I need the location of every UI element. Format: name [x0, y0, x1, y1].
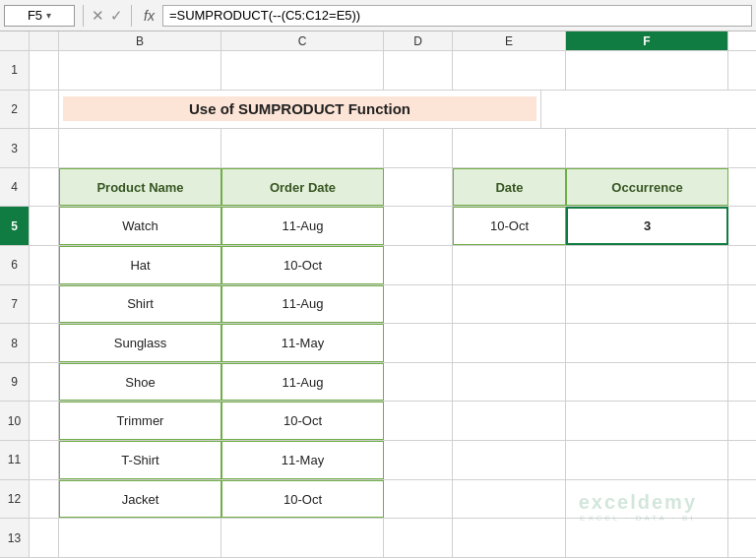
cell-e9[interactable] [453, 363, 566, 402]
table-row: 10 Trimmer 10-Oct [0, 402, 756, 441]
cell-f13[interactable] [566, 519, 728, 557]
cell-a1[interactable] [30, 51, 59, 90]
cell-c8[interactable]: 11-May [221, 324, 384, 362]
cell-d3[interactable] [384, 129, 453, 167]
cell-d10[interactable] [384, 402, 453, 440]
cell-c11[interactable]: 11-May [221, 441, 384, 479]
cell-c3[interactable] [221, 129, 384, 167]
cell-c13[interactable] [221, 519, 384, 557]
rows-area: 1 2 Use of SUMPRODUCT Function [0, 51, 756, 558]
cell-a10[interactable] [30, 402, 59, 440]
spreadsheet: B C D E F 1 2 [0, 31, 756, 558]
cell-e11[interactable] [453, 441, 566, 479]
cell-a2[interactable] [30, 91, 59, 129]
cell-a7[interactable] [30, 285, 59, 324]
cell-b13[interactable] [59, 519, 221, 557]
formula-input[interactable] [162, 5, 752, 27]
cell-b8[interactable]: Sunglass [59, 324, 221, 362]
cell-reference-box[interactable]: F5 ▾ [4, 5, 75, 27]
cell-c1[interactable] [221, 51, 384, 90]
cell-f9[interactable] [566, 363, 728, 402]
cell-d9[interactable] [384, 363, 453, 402]
cell-f3[interactable] [566, 129, 728, 167]
cell-d11[interactable] [384, 441, 453, 479]
cell-d5[interactable] [384, 207, 453, 245]
cell-f10[interactable] [566, 402, 728, 440]
cell-e3[interactable] [453, 129, 566, 167]
cell-d1[interactable] [384, 51, 453, 90]
col-header-c[interactable]: C [221, 31, 384, 50]
cell-a12[interactable] [30, 480, 59, 519]
cell-b6[interactable]: Hat [59, 246, 221, 284]
cell-a8[interactable] [30, 324, 59, 362]
cell-a4[interactable] [30, 168, 59, 207]
cell-e13[interactable] [453, 519, 566, 557]
cell-d6[interactable] [384, 246, 453, 284]
table-row: 12 Jacket 10-Oct [0, 480, 756, 520]
cell-e12[interactable] [453, 480, 566, 519]
cell-e6[interactable] [453, 246, 566, 284]
cell-a13[interactable] [30, 519, 59, 557]
col-date-header[interactable]: Date [453, 168, 566, 207]
table-row: 11 T-Shirt 11-May [0, 441, 756, 480]
cell-b12[interactable]: Jacket [59, 480, 221, 519]
table-row: 2 Use of SUMPRODUCT Function [0, 91, 756, 130]
table-row: 1 [0, 51, 756, 91]
cell-f11[interactable] [566, 441, 728, 479]
cell-c9[interactable]: 11-Aug [221, 363, 384, 402]
cell-d12[interactable] [384, 480, 453, 519]
table-row: 3 [0, 129, 756, 168]
cell-d8[interactable] [384, 324, 453, 362]
cell-f8[interactable] [566, 324, 728, 362]
cell-b3[interactable] [59, 129, 221, 167]
table-row: 6 Hat 10-Oct [0, 246, 756, 285]
cell-b11[interactable]: T-Shirt [59, 441, 221, 479]
col-occurrence-header[interactable]: Occurrence [566, 168, 728, 207]
col-header-f[interactable]: F [566, 31, 728, 50]
cell-b9[interactable]: Shoe [59, 363, 221, 402]
cell-c12[interactable]: 10-Oct [221, 480, 384, 519]
cell-c6[interactable]: 10-Oct [221, 246, 384, 284]
cell-a5[interactable] [30, 207, 59, 245]
cell-b2-title[interactable]: Use of SUMPRODUCT Function [59, 91, 541, 129]
cell-ref-label: F5 [28, 8, 42, 23]
cell-d13[interactable] [384, 519, 453, 557]
cell-a11[interactable] [30, 441, 59, 479]
formula-bar-divider2 [131, 5, 132, 27]
cell-c7[interactable]: 11-Aug [221, 285, 384, 324]
row-num-12: 12 [0, 480, 30, 519]
col-header-d[interactable]: D [384, 31, 453, 50]
cell-b5[interactable]: Watch [59, 207, 221, 245]
title-banner: Use of SUMPRODUCT Function [63, 96, 536, 121]
cell-d4[interactable] [384, 168, 453, 207]
cell-c5[interactable]: 11-Aug [221, 207, 384, 245]
cell-e7[interactable] [453, 285, 566, 324]
cell-f1[interactable] [566, 51, 728, 90]
cell-d7[interactable] [384, 285, 453, 324]
cell-f12[interactable] [566, 480, 728, 519]
cell-f7[interactable] [566, 285, 728, 324]
cell-e8[interactable] [453, 324, 566, 362]
col-header-a[interactable] [30, 31, 59, 50]
cell-e5[interactable]: 10-Oct [453, 207, 566, 245]
row-num-3: 3 [0, 129, 30, 167]
cell-c10[interactable]: 10-Oct [221, 402, 384, 440]
table-row: 7 Shirt 11-Aug [0, 285, 756, 325]
cell-e1[interactable] [453, 51, 566, 90]
cell-a3[interactable] [30, 129, 59, 167]
col-header-e[interactable]: E [453, 31, 566, 50]
cell-f6[interactable] [566, 246, 728, 284]
cell-b10[interactable]: Trimmer [59, 402, 221, 440]
cell-f5[interactable]: 3 [566, 207, 728, 245]
confirm-icon[interactable]: ✓ [110, 7, 123, 25]
cell-b7[interactable]: Shirt [59, 285, 221, 324]
cell-a9[interactable] [30, 363, 59, 402]
col-order-date-header[interactable]: Order Date [221, 168, 384, 207]
cell-e10[interactable] [453, 402, 566, 440]
column-headers: B C D E F [0, 31, 756, 51]
col-header-b[interactable]: B [59, 31, 221, 50]
col-product-name-header[interactable]: Product Name [59, 168, 221, 207]
cell-a6[interactable] [30, 246, 59, 284]
cell-b1[interactable] [59, 51, 221, 90]
cancel-icon[interactable]: ✕ [92, 7, 104, 25]
